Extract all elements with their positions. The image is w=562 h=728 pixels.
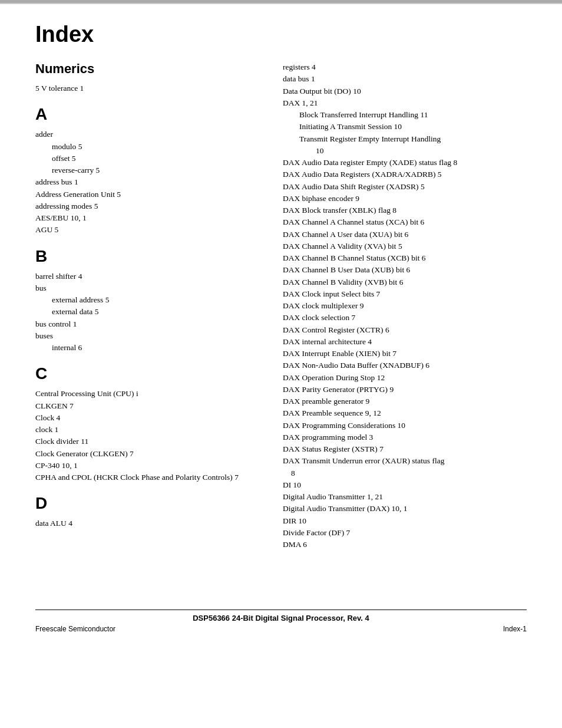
list-item: Central Processing Unit (CPU) i [35, 388, 259, 400]
list-item: Initiating A Transmit Session 10 [283, 121, 527, 133]
right-column: registers 4 data bus 1 Data Output bit (… [283, 61, 527, 551]
list-item: DAX Operation During Stop 12 [283, 372, 527, 384]
list-item: DAX preamble generator 9 [283, 396, 527, 407]
section-a-heading: A [35, 105, 259, 124]
list-item: 8 [283, 467, 527, 479]
list-item: Data Output bit (DO) 10 [283, 85, 527, 97]
list-item: DAX Transmit Underrun error (XAUR) statu… [283, 455, 527, 467]
list-item: CP-340 10, 1 [35, 460, 259, 472]
list-item: barrel shifter 4 [35, 271, 259, 282]
list-item: Transmit Register Empty Interrupt Handli… [283, 133, 527, 145]
footer-right: Index-1 [503, 625, 527, 633]
footer-left: Freescale Semiconductor [35, 625, 115, 633]
list-item: address bus 1 [35, 176, 259, 188]
list-item: registers 4 [283, 61, 527, 73]
list-item: offset 5 [35, 153, 259, 164]
section-d-heading: D [35, 494, 259, 513]
list-item: DAX Channel A Channel status (XCA) bit 6 [283, 216, 527, 228]
list-item: DAX Audio Data Registers (XADRA/XADRB) 5 [283, 169, 527, 180]
list-item: DAX Audio Data Shift Register (XADSR) 5 [283, 181, 527, 193]
list-item: external data 5 [35, 306, 259, 318]
list-item: AGU 5 [35, 224, 259, 236]
list-item: DAX Block transfer (XBLK) flag 8 [283, 205, 527, 216]
section-b: B barrel shifter 4 bus external address … [35, 247, 259, 354]
list-item: data ALU 4 [35, 518, 259, 529]
list-item: Digital Audio Transmitter 1, 21 [283, 491, 527, 503]
section-c: C Central Processing Unit (CPU) i CLKGEN… [35, 364, 259, 483]
list-item: Address Generation Unit 5 [35, 189, 259, 200]
list-item: DAX Channel B Validity (XVB) bit 6 [283, 276, 527, 288]
footer-sides: Freescale Semiconductor Index-1 [0, 625, 562, 633]
list-item: DAX 1, 21 [283, 97, 527, 109]
list-item: DAX Clock input Select bits 7 [283, 288, 527, 300]
list-item: DAX clock selection 7 [283, 312, 527, 324]
section-a: A adder modulo 5 offset 5 reverse-carry … [35, 105, 259, 236]
list-item: CPHA and CPOL (HCKR Clock Phase and Pola… [35, 472, 259, 483]
list-item: buses [35, 330, 259, 342]
list-item: DAX Status Register (XSTR) 7 [283, 443, 527, 455]
list-item: DAX Channel B Channel Status (XCB) bit 6 [283, 252, 527, 264]
list-item: DAX Parity Generator (PRTYG) 9 [283, 384, 527, 396]
list-item: DAX programming model 3 [283, 431, 527, 443]
list-item: Clock Generator (CLKGEN) 7 [35, 448, 259, 460]
list-item: internal 6 [35, 342, 259, 354]
list-item: bus [35, 282, 259, 294]
list-item: external address 5 [35, 294, 259, 306]
section-d: D data ALU 4 [35, 494, 259, 529]
list-item: DAX Audio Data register Empty (XADE) sta… [283, 157, 527, 169]
list-item: DAX biphase encoder 9 [283, 193, 527, 205]
page-title: Index [35, 22, 527, 47]
list-item: Digital Audio Transmitter (DAX) 10, 1 [283, 503, 527, 515]
footer-rule [35, 610, 527, 610]
list-item: DAX Non-Audio Data Buffer (XNADBUF) 6 [283, 360, 527, 371]
list-item: DI 10 [283, 479, 527, 491]
list-item: reverse-carry 5 [35, 164, 259, 176]
footer-center-text: DSP56366 24-Bit Digital Signal Processor… [0, 614, 562, 622]
list-item: clock 1 [35, 424, 259, 436]
list-item: DIR 10 [283, 515, 527, 527]
list-item: addressing modes 5 [35, 200, 259, 212]
list-item: DAX clock multiplexer 9 [283, 300, 527, 312]
list-item: 5 V tolerance 1 [35, 83, 259, 94]
numerics-heading: Numerics [35, 61, 259, 77]
list-item: data bus 1 [283, 73, 527, 85]
list-item: DAX Preamble sequence 9, 12 [283, 407, 527, 419]
list-item: DMA 6 [283, 539, 527, 551]
list-item: adder [35, 129, 259, 140]
list-item: modulo 5 [35, 141, 259, 153]
list-item: DAX Channel A Validity (XVA) bit 5 [283, 241, 527, 252]
section-b-heading: B [35, 247, 259, 266]
list-item: CLKGEN 7 [35, 400, 259, 412]
list-item: AES/EBU 10, 1 [35, 212, 259, 224]
list-item: Clock divider 11 [35, 436, 259, 447]
list-item: 10 [283, 145, 527, 157]
list-item: Block Transferred Interrupt Handling 11 [283, 109, 527, 121]
list-item: DAX internal architecture 4 [283, 336, 527, 348]
list-item: DAX Channel A User data (XUA) bit 6 [283, 229, 527, 241]
section-numerics: Numerics 5 V tolerance 1 [35, 61, 259, 94]
list-item: Clock 4 [35, 412, 259, 424]
list-item: DAX Interrupt Enable (XIEN) bit 7 [283, 348, 527, 360]
left-column: Numerics 5 V tolerance 1 A adder modulo … [35, 61, 259, 551]
list-item: DAX Programming Considerations 10 [283, 420, 527, 431]
list-item: DAX Control Register (XCTR) 6 [283, 324, 527, 336]
list-item: bus control 1 [35, 318, 259, 330]
section-c-heading: C [35, 364, 259, 383]
list-item: Divide Factor (DF) 7 [283, 527, 527, 539]
list-item: DAX Channel B User Data (XUB) bit 6 [283, 264, 527, 276]
